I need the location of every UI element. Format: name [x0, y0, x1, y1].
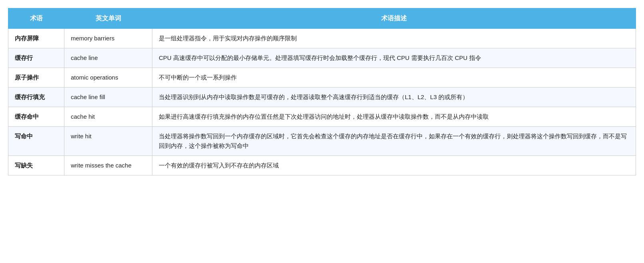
header-english: 英文单词 — [64, 8, 152, 29]
cell-desc: 当处理器将操作数写回到一个内存缓存的区域时，它首先会检查这个缓存的内存地址是否在… — [152, 126, 636, 155]
table-header-row: 术语 英文单词 术语描述 — [8, 8, 636, 29]
table-row: 缓存命中cache hit如果进行高速缓存行填充操作的内存位置任然是下次处理器访… — [8, 107, 636, 126]
cell-term: 缓存行 — [8, 48, 64, 68]
cell-desc: 如果进行高速缓存行填充操作的内存位置任然是下次处理器访问的地址时，处理器从缓存中… — [152, 107, 636, 126]
terminology-table: 术语 英文单词 术语描述 内存屏障memory barriers是一组处理器指令… — [8, 8, 636, 175]
cell-term: 缓存命中 — [8, 107, 64, 126]
cell-desc: CPU 高速缓存中可以分配的最小存储单元。处理器填写缓存行时会加载整个缓存行，现… — [152, 48, 636, 68]
cell-term: 写缺失 — [8, 155, 64, 175]
cell-english: cache hit — [64, 107, 152, 126]
table-row: 缓存行填充cache line fill当处理器识别到从内存中读取操作数是可缓存… — [8, 87, 636, 107]
cell-term: 写命中 — [8, 126, 64, 155]
cell-term: 缓存行填充 — [8, 87, 64, 107]
table-row: 写缺失write misses the cache一个有效的缓存行被写入到不存在… — [8, 155, 636, 175]
cell-english: memory barriers — [64, 28, 152, 48]
cell-english: write hit — [64, 126, 152, 155]
table-row: 内存屏障memory barriers是一组处理器指令，用于实现对内存操作的顺序… — [8, 28, 636, 48]
cell-desc: 当处理器识别到从内存中读取操作数是可缓存的，处理器读取整个高速缓存行到适当的缓存… — [152, 87, 636, 107]
cell-desc: 不可中断的一个或一系列操作 — [152, 68, 636, 87]
cell-english: write misses the cache — [64, 155, 152, 175]
table-row: 缓存行cache lineCPU 高速缓存中可以分配的最小存储单元。处理器填写缓… — [8, 48, 636, 68]
header-desc: 术语描述 — [152, 8, 636, 29]
cell-english: cache line fill — [64, 87, 152, 107]
table-row: 写命中write hit当处理器将操作数写回到一个内存缓存的区域时，它首先会检查… — [8, 126, 636, 155]
cell-desc: 一个有效的缓存行被写入到不存在的内存区域 — [152, 155, 636, 175]
table-row: 原子操作atomic operations不可中断的一个或一系列操作 — [8, 68, 636, 87]
cell-english: cache line — [64, 48, 152, 68]
cell-desc: 是一组处理器指令，用于实现对内存操作的顺序限制 — [152, 28, 636, 48]
cell-term: 原子操作 — [8, 68, 64, 87]
cell-english: atomic operations — [64, 68, 152, 87]
header-term: 术语 — [8, 8, 64, 29]
cell-term: 内存屏障 — [8, 28, 64, 48]
